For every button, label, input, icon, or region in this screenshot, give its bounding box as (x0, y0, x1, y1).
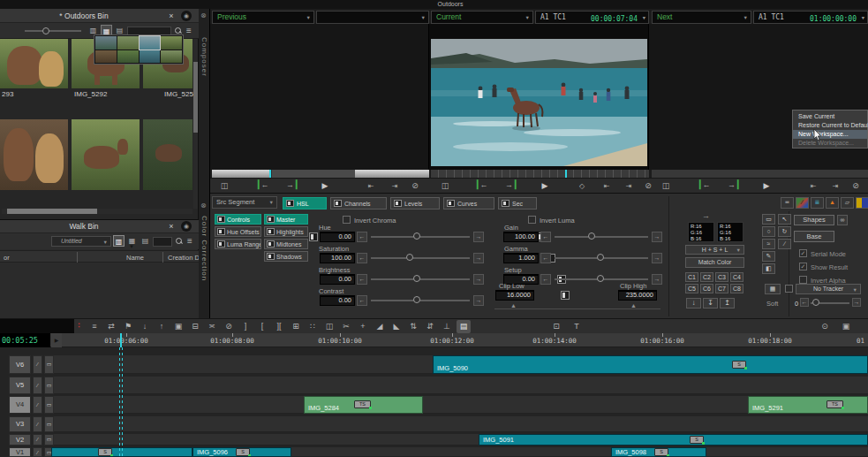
track-button-v1[interactable]: V1 (9, 447, 31, 457)
param-slider-knob[interactable] (588, 232, 595, 240)
tab-color-correction[interactable]: Color Correction (200, 216, 208, 281)
gear-icon[interactable]: ◉ (181, 11, 192, 21)
timeline-view-icon[interactable]: ▤ (457, 320, 471, 333)
clip-label[interactable]: 293 (2, 90, 13, 98)
param-slider-knob[interactable] (413, 232, 420, 240)
group-highlights[interactable]: Highlights (264, 226, 308, 237)
timeline-clip[interactable]: IMG_5096 S (192, 447, 291, 457)
marker-icon[interactable]: ⚑ (121, 320, 135, 333)
increment-button[interactable]: → (852, 298, 861, 307)
filmstrip-popup[interactable] (94, 34, 184, 65)
group-midtones[interactable]: Midtones (264, 239, 308, 249)
position-indicator[interactable] (269, 170, 271, 178)
enable-toggle-icon[interactable] (217, 228, 225, 235)
mark-clip-up-icon[interactable]: ↑ (155, 320, 169, 333)
line-tool[interactable]: ∕ (778, 239, 791, 249)
correction-c6[interactable]: C6 (700, 284, 713, 293)
palette-split-icon[interactable]: . (856, 197, 868, 209)
mark-in-icon[interactable]: ┃← (256, 180, 268, 189)
go-to-out-icon[interactable]: ⇥ (622, 179, 636, 193)
column-divider[interactable] (162, 252, 163, 263)
monitor-icon[interactable]: ▭ (44, 434, 54, 446)
trim-right-icon[interactable]: ◢ (373, 320, 387, 333)
position-indicator[interactable] (565, 170, 567, 178)
effect-badge[interactable]: S (654, 448, 668, 456)
pencil-icon[interactable]: ∕ (33, 355, 42, 374)
trim-left-icon[interactable]: ◣ (389, 320, 404, 333)
group-shadows[interactable]: Shadows (264, 251, 308, 262)
correction-c1[interactable]: C1 (685, 272, 698, 282)
rotate-tool[interactable]: ↻ (778, 226, 791, 237)
go-to-in-icon[interactable]: ⇤ (364, 179, 378, 193)
enable-toggle-icon[interactable] (267, 228, 275, 235)
playhead[interactable] (120, 333, 122, 347)
mark-clip-down-icon[interactable]: ↓ (138, 320, 152, 333)
column-header[interactable]: Name (126, 254, 144, 262)
dual-split-icon[interactable]: ◫ (659, 179, 673, 193)
correction-c4[interactable]: C4 (730, 272, 743, 282)
enable-toggle-icon[interactable] (217, 240, 225, 248)
previous-second-menu[interactable]: ▼ (316, 11, 429, 24)
param-value[interactable]: 100.00 (320, 253, 355, 263)
increment-button[interactable]: → (473, 295, 484, 306)
mark-out-icon[interactable]: →┃ (728, 180, 740, 189)
mark-in-icon[interactable]: ┃← (475, 180, 487, 189)
increment-button[interactable]: → (652, 253, 662, 263)
param-value[interactable]: 0.00 (320, 274, 355, 285)
monitor-icon[interactable]: ▭ (44, 355, 54, 374)
param-slider[interactable] (371, 257, 470, 259)
effect-mode-icon[interactable]: ▣ (171, 320, 185, 333)
soft-value[interactable]: 0 (795, 300, 798, 308)
rgb-swatch-source[interactable]: R:16 G:16 B:16 (688, 222, 714, 242)
enable-toggle-icon[interactable] (286, 200, 294, 207)
outdoors-bin-header[interactable]: * Outdoors Bin × ◉ (0, 9, 199, 23)
effect-badge[interactable]: S (732, 361, 746, 369)
current-timecode-box[interactable]: A1 TC1 00:00:07:04 ▼ (535, 11, 649, 24)
no-edit-icon[interactable]: ⊘ (222, 320, 236, 333)
infinity-button[interactable]: ∞ (837, 215, 848, 225)
param-slider-knob[interactable] (413, 275, 420, 282)
bin-thumbnail[interactable] (0, 119, 68, 190)
playhead-dashed-line[interactable] (119, 347, 120, 457)
mark-out-icon[interactable]: →┃ (505, 180, 517, 189)
invert-luma-checkbox[interactable] (528, 216, 536, 224)
enable-toggle-icon[interactable] (334, 200, 342, 207)
archive-icon[interactable]: ▱ (841, 197, 854, 209)
swap-down-icon[interactable]: ⇵ (423, 320, 437, 333)
enable-toggle-icon[interactable] (309, 232, 318, 241)
cut-icon[interactable]: ✂ (339, 320, 353, 333)
param-slider[interactable] (371, 236, 470, 238)
no-edit-icon[interactable]: ⊘ (641, 179, 655, 193)
bottom-icon[interactable]: ⊥ (440, 320, 454, 333)
bin-preset-dropdown[interactable]: Untitled ▼ (51, 236, 111, 247)
text-tool-icon[interactable]: T (570, 320, 584, 333)
increment-button[interactable]: → (473, 253, 484, 263)
current-monitor[interactable] (429, 24, 649, 170)
enable-toggle-icon[interactable] (502, 200, 509, 207)
clip-low-marker[interactable]: ▲ (510, 302, 517, 308)
group-luma-ranges[interactable]: Luma Ranges (215, 239, 261, 249)
correction-c8[interactable]: C8 (730, 284, 743, 293)
clip-range-track[interactable] (494, 308, 660, 309)
brackets-icon[interactable]: ][ (272, 320, 286, 333)
menu-restore-current[interactable]: Restore Current to Default... (793, 121, 867, 130)
record-dots-icon[interactable]: ∶ (78, 321, 79, 330)
tab-close-icon[interactable]: ⊗ (200, 202, 207, 209)
param-slider-knob[interactable] (413, 296, 420, 303)
list-icon[interactable]: ≣ (811, 197, 824, 209)
decrement-button[interactable]: ← (540, 232, 551, 242)
effect-badge[interactable]: TS (354, 400, 371, 408)
trim-box-icon[interactable]: ⊟ (188, 320, 202, 333)
decrement-button[interactable]: ← (540, 253, 551, 263)
tab-close-icon[interactable]: ⊗ (200, 11, 207, 19)
param-slider[interactable] (371, 278, 470, 280)
tab-levels[interactable]: Levels (390, 197, 440, 209)
close-icon[interactable]: × (166, 9, 177, 23)
timeline-clip[interactable]: IMG_5090 S (433, 355, 868, 374)
vectorscope-icon[interactable]: ▲ (826, 197, 839, 209)
tab-sec[interactable]: Sec (498, 197, 537, 209)
grid-dots-icon[interactable]: ∷ (306, 320, 320, 333)
match-frame-icon[interactable]: ◇ (575, 179, 589, 193)
track-button-v5[interactable]: V5 (9, 377, 31, 394)
frame-view-icon[interactable]: ▥ (113, 235, 125, 247)
